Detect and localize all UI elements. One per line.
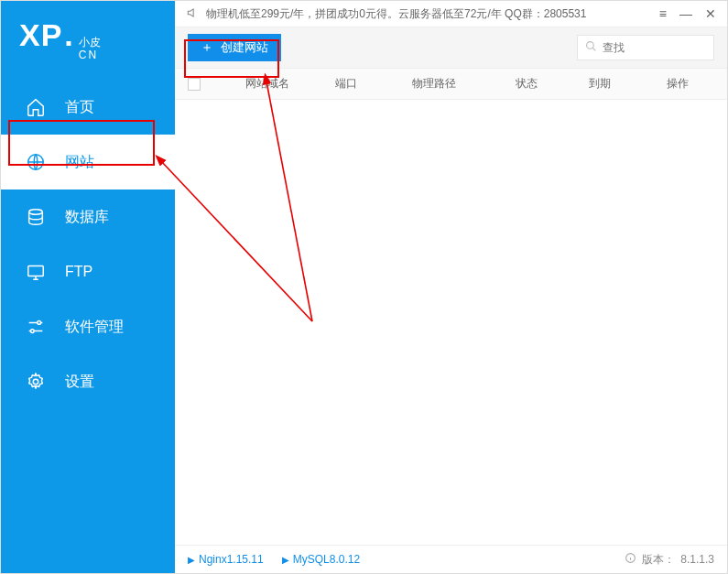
status-right: 版本： 8.1.1.3 [625,552,714,568]
logo-text: XP [19,17,62,53]
sidebar-item-label: FTP [65,264,92,280]
version-number: 8.1.1.3 [680,553,714,566]
plus-icon: ＋ [201,39,213,56]
svg-point-3 [38,321,41,325]
create-website-button[interactable]: ＋ 创建网站 [188,34,281,61]
statusbar: ▶ Nginx1.15.11 ▶ MySQL8.0.12 版本： 8.1.1.3 [175,546,727,573]
logo-sub: 小皮 CN [79,36,101,61]
sidebar-item-label: 网站 [65,153,94,172]
sidebar: XP . 小皮 CN 首页 网站 数据库 FTP 软件管理 [1,1,175,573]
sidebar-item-software[interactable]: 软件管理 [1,299,175,354]
select-all-checkbox[interactable] [188,78,201,91]
globe-icon [25,151,47,173]
service-label: Nginx1.15.11 [199,553,264,566]
toolbar: ＋ 创建网站 [175,27,727,69]
sidebar-item-label: 数据库 [65,208,109,227]
column-path: 物理路径 [374,76,494,92]
main-content: 物理机低至299元/年，拼团成功0元得。云服务器低至72元/年 QQ群：2805… [175,1,727,573]
svg-point-1 [29,210,43,215]
create-button-label: 创建网站 [221,39,268,56]
sliders-icon [25,316,47,338]
table-header: 网站域名 端口 物理路径 状态 到期 操作 [175,69,727,100]
service-label: MySQL8.0.12 [293,553,360,566]
play-icon: ▶ [188,555,195,565]
svg-point-5 [33,379,38,384]
play-icon: ▶ [282,555,289,565]
info-icon [625,552,636,567]
close-button[interactable]: ✕ [705,6,716,21]
column-domain: 网站域名 [215,76,319,92]
sidebar-item-website[interactable]: 网站 [1,135,175,190]
sidebar-item-database[interactable]: 数据库 [1,190,175,244]
search-box[interactable] [577,35,714,60]
column-checkbox [188,78,215,91]
column-action: 操作 [641,76,714,92]
search-icon [585,40,597,55]
sidebar-item-settings[interactable]: 设置 [1,354,175,409]
column-expire: 到期 [559,76,641,92]
sidebar-item-label: 设置 [65,373,94,392]
column-port: 端口 [319,76,374,92]
svg-point-6 [587,42,594,49]
version-label: 版本： [642,552,675,568]
monitor-icon [25,261,47,283]
sidebar-item-ftp[interactable]: FTP [1,244,175,299]
logo: XP . 小皮 CN [1,1,175,80]
service-mysql[interactable]: ▶ MySQL8.0.12 [282,553,360,566]
titlebar: 物理机低至299元/年，拼团成功0元得。云服务器低至72元/年 QQ群：2805… [175,1,727,27]
svg-rect-2 [28,266,44,276]
column-status: 状态 [494,76,559,92]
speaker-icon [186,6,199,22]
logo-dot: . [64,17,72,53]
window-controls: ≡ — ✕ [659,6,716,21]
sidebar-item-label: 软件管理 [65,318,124,337]
search-input[interactable] [603,41,706,54]
home-icon [25,96,47,118]
menu-button[interactable]: ≡ [659,6,667,21]
svg-point-4 [31,330,35,333]
gear-icon [25,371,47,393]
service-nginx[interactable]: ▶ Nginx1.15.11 [188,553,264,566]
database-icon [25,206,47,228]
sidebar-item-label: 首页 [65,98,94,117]
table-body [175,100,727,546]
minimize-button[interactable]: — [679,6,692,21]
announcement-text: 物理机低至299元/年，拼团成功0元得。云服务器低至72元/年 QQ群：2805… [206,6,659,22]
sidebar-item-home[interactable]: 首页 [1,80,175,135]
